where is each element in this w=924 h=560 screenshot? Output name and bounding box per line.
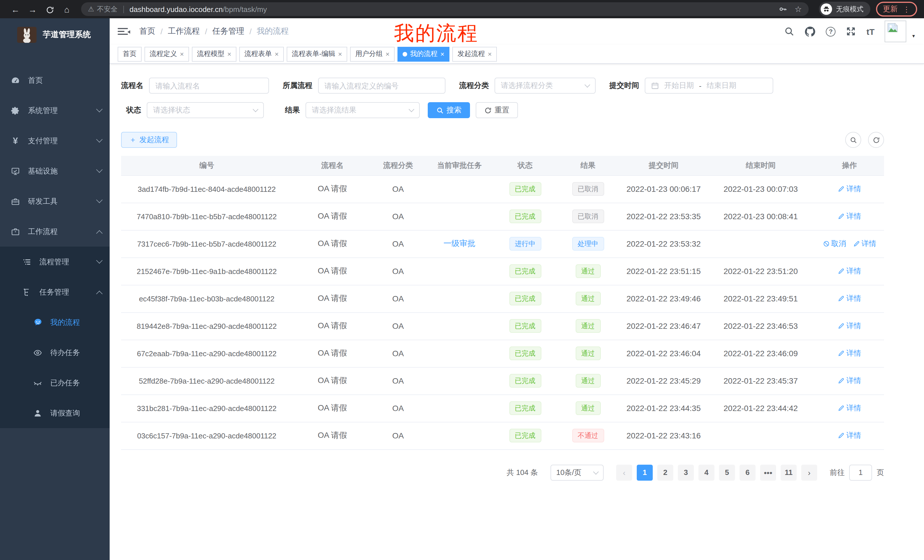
close-icon[interactable]: × <box>440 50 444 58</box>
edit-icon <box>853 240 860 247</box>
forward-icon[interactable]: → <box>24 4 41 14</box>
range-separator: - <box>699 81 702 90</box>
tab-流程表单-编辑[interactable]: 流程表单-编辑× <box>286 46 347 61</box>
close-icon[interactable]: × <box>274 50 279 58</box>
sidebar-item-system[interactable]: 系统管理 <box>0 95 110 126</box>
status-select[interactable]: 请选择状态 <box>147 102 264 118</box>
font-size-icon[interactable]: tT <box>867 27 874 36</box>
sidebar-item-todo-tasks[interactable]: 待办任务 <box>0 337 110 368</box>
incognito-badge: 无痕模式 <box>819 2 870 16</box>
page-button-1[interactable]: 1 <box>637 464 653 481</box>
refresh-table-icon[interactable] <box>868 132 884 148</box>
prev-page-button[interactable]: ‹ <box>616 464 632 481</box>
sidebar-item-my-process[interactable]: 我的流程 <box>0 307 110 337</box>
search-button[interactable]: 搜索 <box>428 102 470 118</box>
breadcrumb-item[interactable]: 任务管理 <box>213 26 244 36</box>
detail-link[interactable]: 详情 <box>838 321 861 331</box>
chevron-down-icon <box>96 106 103 112</box>
sidebar-item-leave-query[interactable]: 请假查询 <box>0 398 110 428</box>
breadcrumb-item[interactable]: 工作流程 <box>168 26 200 36</box>
cell-end-time <box>706 230 815 258</box>
sidebar-item-process-management[interactable]: 流程管理 <box>0 247 110 277</box>
category-select[interactable]: 请选择流程分类 <box>495 78 596 94</box>
calendar-icon <box>651 82 659 90</box>
sidebar-item-workflow[interactable]: 工作流程 <box>0 216 110 247</box>
sidebar-item-home[interactable]: 首页 <box>0 65 110 95</box>
detail-link[interactable]: 详情 <box>853 239 876 249</box>
sidebar-item-payment[interactable]: ¥ 支付管理 <box>0 126 110 156</box>
tab-我的流程[interactable]: 我的流程× <box>398 46 449 61</box>
page-button-5[interactable]: 5 <box>719 464 735 481</box>
page-button-4[interactable]: 4 <box>698 464 714 481</box>
monitor-icon <box>10 166 21 175</box>
home-icon[interactable]: ⌂ <box>58 4 75 14</box>
avatar[interactable] <box>885 21 907 42</box>
avatar-caret-icon[interactable]: ▾ <box>912 33 915 39</box>
more-pages-icon[interactable]: ••• <box>760 464 776 481</box>
action-label: 详情 <box>846 293 861 304</box>
show-search-toggle-icon[interactable] <box>845 132 861 148</box>
owner-process-input[interactable] <box>318 78 446 94</box>
current-task-link[interactable]: 一级审批 <box>444 239 476 248</box>
reset-button[interactable]: 重置 <box>476 102 518 118</box>
close-icon[interactable]: × <box>227 50 231 58</box>
tab-用户分组[interactable]: 用户分组× <box>350 46 394 61</box>
fullscreen-icon[interactable] <box>846 26 856 36</box>
close-icon[interactable]: × <box>338 50 342 58</box>
cell-result: 通过 <box>555 394 621 422</box>
password-key-icon[interactable] <box>778 4 788 14</box>
tree-icon <box>22 287 32 296</box>
back-icon[interactable]: ← <box>7 4 24 14</box>
cell-category: OA <box>372 312 424 340</box>
detail-link[interactable]: 详情 <box>838 430 861 441</box>
detail-link[interactable]: 详情 <box>838 376 861 386</box>
cell-end-time: 2022-01-22 23:51:20 <box>706 258 815 285</box>
tab-流程模型[interactable]: 流程模型× <box>192 46 236 61</box>
action-label: 详情 <box>861 239 876 249</box>
sidebar-item-task-management[interactable]: 任务管理 <box>0 277 110 307</box>
result-select[interactable]: 请选择流结果 <box>306 102 420 118</box>
browser-menu-icon[interactable]: ⋮ <box>903 5 910 13</box>
table-row: 03c6c157-7b9a-11ec-a290-acde48001122OA 请… <box>121 422 884 449</box>
close-icon[interactable]: × <box>488 50 492 58</box>
create-process-button[interactable]: ＋ 发起流程 <box>121 132 177 148</box>
help-icon[interactable]: ? <box>826 27 836 36</box>
sidebar-item-done-tasks[interactable]: 已办任务 <box>0 368 110 398</box>
reload-icon[interactable] <box>41 4 58 14</box>
detail-link[interactable]: 详情 <box>838 184 861 194</box>
browser-update-button[interactable]: 更新 ⋮ <box>876 2 917 16</box>
detail-link[interactable]: 详情 <box>838 266 861 276</box>
address-bar[interactable]: ⚠ 不安全 dashboard.yudao.iocoder.cn/bpm/tas… <box>81 2 808 16</box>
page-button-3[interactable]: 3 <box>678 464 694 481</box>
tab-发起流程[interactable]: 发起流程× <box>452 46 497 61</box>
github-icon[interactable] <box>805 26 816 37</box>
sidebar-item-devtools[interactable]: 研发工具 <box>0 186 110 216</box>
page-size-select[interactable]: 10条/页 <box>550 464 604 481</box>
tab-流程定义[interactable]: 流程定义× <box>144 46 189 61</box>
detail-link[interactable]: 详情 <box>838 403 861 413</box>
page-button-11[interactable]: 11 <box>781 464 796 481</box>
detail-link[interactable]: 详情 <box>838 348 861 358</box>
status-badge: 已完成 <box>509 264 541 278</box>
page-button-2[interactable]: 2 <box>657 464 673 481</box>
close-icon[interactable]: × <box>386 50 390 58</box>
chevron-down-icon <box>96 257 103 264</box>
goto-page-input[interactable] <box>849 464 872 481</box>
process-name-input[interactable] <box>149 78 269 94</box>
sidebar-toggle-icon[interactable] <box>118 26 128 36</box>
next-page-button[interactable]: › <box>801 464 817 481</box>
cell-category: OA <box>372 175 424 203</box>
cancel-link[interactable]: 取消 <box>823 239 846 249</box>
submit-time-range-picker[interactable]: 开始日期 - 结束日期 <box>645 78 773 94</box>
sidebar-item-infrastructure[interactable]: 基础设施 <box>0 156 110 186</box>
detail-link[interactable]: 详情 <box>838 211 861 222</box>
tab-流程表单[interactable]: 流程表单× <box>239 46 284 61</box>
detail-link[interactable]: 详情 <box>838 293 861 304</box>
bookmark-star-icon[interactable]: ☆ <box>795 4 802 14</box>
breadcrumb-item[interactable]: 首页 <box>140 26 155 36</box>
search-icon[interactable] <box>784 26 795 36</box>
page-button-6[interactable]: 6 <box>740 464 756 481</box>
cell-process-name: OA 请假 <box>292 312 372 340</box>
tab-首页[interactable]: 首页 <box>118 46 142 61</box>
close-icon[interactable]: × <box>180 50 184 58</box>
